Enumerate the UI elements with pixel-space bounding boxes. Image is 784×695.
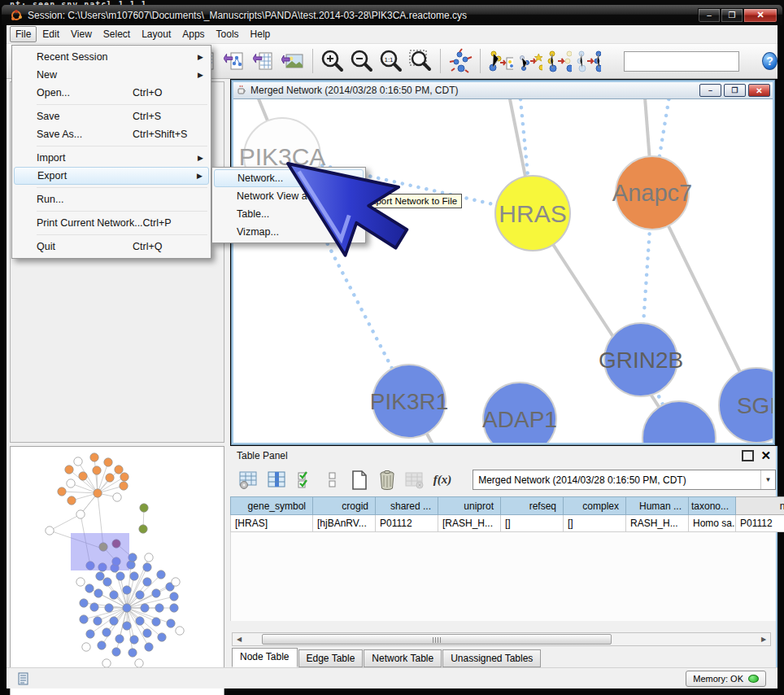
- export-submenu: Network... Network View a Table... Vizma…: [211, 167, 366, 243]
- fit-network-icon[interactable]: [447, 48, 473, 74]
- network-canvas[interactable]: PIK3CAHRASAnapc7GRIN2BPIK3R1ADAP1SGI: [233, 99, 773, 443]
- menu-item-open[interactable]: Open...Ctrl+O: [12, 84, 211, 102]
- import-table-file-icon[interactable]: [250, 48, 277, 74]
- file-menu: Recent Session▶ New▶ Open...Ctrl+O SaveC…: [11, 45, 211, 259]
- menu-help[interactable]: Help: [245, 26, 277, 42]
- hide-selected-icon[interactable]: [546, 48, 572, 74]
- delete-trash-icon[interactable]: [377, 470, 396, 491]
- column-header[interactable]: crogid: [313, 496, 376, 515]
- network-overview-panel[interactable]: [10, 446, 224, 695]
- window-titlebar[interactable]: Session: C:\Users\m107607\Documents\_Man…: [2, 5, 782, 25]
- menu-separator: [37, 146, 207, 146]
- window-maximize-button[interactable]: ❐: [721, 8, 743, 23]
- menu-item-recent-session[interactable]: Recent Session▶: [12, 48, 211, 66]
- tab-node-table[interactable]: Node Table: [232, 648, 298, 667]
- tab-edge-table[interactable]: Edge Table: [298, 649, 364, 667]
- table-cell[interactable]: [RASH_H...: [438, 515, 501, 532]
- new-column-document-icon[interactable]: [350, 470, 369, 491]
- column-header[interactable]: uniprot: [438, 496, 501, 515]
- column-header[interactable]: gene_symbol: [230, 496, 313, 515]
- column-header[interactable]: complex: [564, 496, 626, 515]
- menu-item-import[interactable]: Import▶: [12, 149, 211, 167]
- toolbar-search-input[interactable]: [624, 51, 739, 72]
- network-restore-button[interactable]: ❐: [724, 84, 746, 97]
- table-panel-toolbar: f(x) Merged Network (2014/03/28 0:16:50 …: [230, 465, 776, 495]
- menu-select[interactable]: Select: [98, 26, 136, 42]
- network-close-button[interactable]: ✕: [748, 84, 770, 97]
- zoom-in-icon[interactable]: [320, 48, 346, 74]
- status-bar: Memory: OK: [7, 667, 777, 688]
- scrollbar-thumb[interactable]: [262, 634, 612, 645]
- menu-item-quit[interactable]: QuitCtrl+Q: [12, 238, 211, 256]
- import-image-icon[interactable]: [280, 48, 306, 74]
- zoom-selected-icon[interactable]: [407, 48, 433, 74]
- menu-item-save[interactable]: SaveCtrl+S: [12, 107, 211, 125]
- zoom-1-1-icon[interactable]: 1:1: [378, 48, 404, 74]
- zoom-out-icon[interactable]: [349, 48, 375, 74]
- table-horizontal-scrollbar[interactable]: ◀ ▶: [232, 632, 771, 646]
- menu-item-export[interactable]: Export▶: [14, 167, 209, 185]
- shortcut: Ctrl+P: [143, 217, 199, 229]
- help-icon[interactable]: ?: [762, 52, 777, 70]
- submenu-item-network[interactable]: Network...: [214, 169, 364, 187]
- column-header[interactable]: shared ...: [376, 496, 438, 515]
- window-close-button[interactable]: ✕: [743, 8, 777, 23]
- scroll-left-arrow-icon[interactable]: ◀: [233, 633, 246, 645]
- menu-tools[interactable]: Tools: [211, 26, 245, 42]
- shortcut: Ctrl+S: [133, 111, 198, 122]
- table-source-combobox[interactable]: Merged Network (2014/03/28 0:16:50 PM, C…: [473, 470, 776, 490]
- table-cell[interactable]: P01112: [376, 515, 438, 532]
- menu-separator: [37, 104, 207, 105]
- combobox-dropdown-arrow-icon[interactable]: ▼: [760, 470, 775, 489]
- function-builder-icon[interactable]: f(x): [433, 470, 452, 491]
- deselect-rows-icon[interactable]: [322, 470, 342, 491]
- new-network-from-selection-icon[interactable]: [487, 48, 513, 74]
- menu-edit[interactable]: Edit: [37, 26, 65, 42]
- column-header[interactable]: refseq: [501, 496, 564, 515]
- table-cell[interactable]: P01112: [736, 515, 784, 532]
- table-cell[interactable]: RASH_H...: [626, 515, 689, 532]
- table-settings-icon[interactable]: [238, 470, 259, 491]
- select-first-neighbors-icon[interactable]: [516, 48, 542, 74]
- menu-apps[interactable]: Apps: [176, 26, 210, 42]
- tooltip: Export Network to File: [360, 194, 462, 208]
- menu-item-new[interactable]: New▶: [12, 66, 211, 84]
- submenu-item-table[interactable]: Table...: [212, 205, 365, 223]
- menu-item-print-current-network[interactable]: Print Current Network...Ctrl+P: [12, 214, 211, 232]
- menu-file[interactable]: File: [10, 26, 37, 42]
- column-header[interactable]: taxono...: [689, 496, 736, 515]
- network-minimize-button[interactable]: –: [699, 84, 721, 97]
- network-window-titlebar[interactable]: Merged Network (2014/03/28 0:16:50 PM, C…: [233, 82, 773, 99]
- close-panel-icon[interactable]: ✕: [760, 448, 771, 463]
- float-panel-icon[interactable]: [742, 450, 754, 461]
- column-header[interactable]: nar: [736, 496, 784, 515]
- tab-unassigned-tables[interactable]: Unassigned Tables: [442, 649, 541, 667]
- submenu-item-vizmap[interactable]: Vizmap...: [212, 223, 365, 241]
- scroll-right-arrow-icon[interactable]: ▶: [757, 633, 770, 645]
- memory-ok-indicator: [748, 675, 759, 683]
- column-header[interactable]: Human ...: [626, 496, 689, 515]
- select-all-rows-icon[interactable]: [295, 470, 315, 491]
- window-minimize-button[interactable]: –: [698, 8, 721, 23]
- menu-layout[interactable]: Layout: [136, 26, 176, 42]
- submenu-arrow-icon: ▶: [198, 53, 204, 61]
- select-columns-icon[interactable]: [267, 470, 288, 491]
- show-all-icon[interactable]: [575, 48, 601, 74]
- menu-item-run[interactable]: Run...: [12, 190, 211, 208]
- log-document-icon[interactable]: [18, 672, 28, 688]
- table-cell[interactable]: [hjBAnRV...: [313, 515, 376, 532]
- menu-view[interactable]: View: [65, 26, 98, 42]
- toolbar-separator: [480, 49, 481, 73]
- tab-network-table[interactable]: Network Table: [364, 649, 442, 667]
- table-cell[interactable]: [HRAS]: [230, 515, 313, 532]
- memory-status-button[interactable]: Memory: OK: [686, 671, 766, 687]
- import-network-icon[interactable]: [221, 48, 247, 74]
- menu-item-save-as[interactable]: Save As...Ctrl+Shift+S: [12, 125, 211, 143]
- submenu-item-network-view[interactable]: Network View a: [212, 187, 365, 205]
- table-cell[interactable]: []: [501, 515, 564, 532]
- table-row[interactable]: [HRAS] [hjBAnRV... P01112 [RASH_H... [] …: [230, 515, 776, 532]
- table-cell[interactable]: []: [564, 515, 626, 532]
- table-cell[interactable]: Homo sa...: [689, 515, 736, 532]
- svg-text:PIK3CA: PIK3CA: [239, 143, 326, 170]
- network-overview-canvas[interactable]: [11, 447, 224, 695]
